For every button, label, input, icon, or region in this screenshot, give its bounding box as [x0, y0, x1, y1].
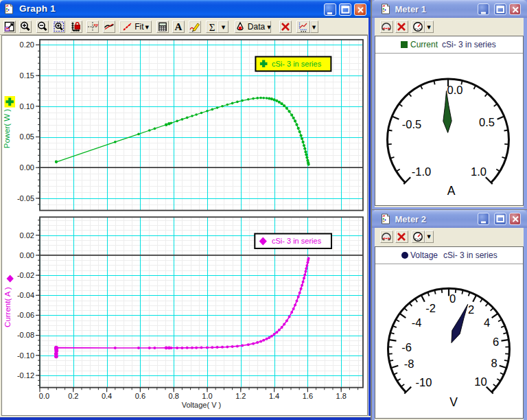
svg-text:-0.06: -0.06 — [17, 311, 34, 319]
svg-text:8: 8 — [491, 357, 497, 369]
svg-text:1.6: 1.6 — [303, 392, 313, 400]
svg-text:Voltage( V ): Voltage( V ) — [182, 401, 221, 409]
svg-text:0.10: 0.10 — [20, 102, 34, 110]
svg-text:6: 6 — [493, 336, 499, 348]
svg-text:0.5: 0.5 — [479, 116, 495, 128]
svg-text:1.0: 1.0 — [471, 165, 487, 178]
svg-text:0.00: 0.00 — [20, 163, 34, 172]
svg-text:0.00: 0.00 — [20, 251, 34, 259]
svg-text:0.0: 0.0 — [447, 84, 463, 96]
svg-text:Current( A ): Current( A ) — [3, 287, 12, 327]
svg-text:4: 4 — [484, 316, 490, 329]
svg-text:1.4: 1.4 — [269, 392, 279, 400]
svg-text:-0.02: -0.02 — [17, 271, 34, 279]
svg-text:-0.04: -0.04 — [17, 291, 34, 299]
svg-text:-0.05: -0.05 — [17, 194, 34, 202]
svg-text:-4: -4 — [412, 316, 422, 329]
svg-text:-0.10: -0.10 — [17, 351, 34, 360]
svg-text:-0.5: -0.5 — [402, 118, 421, 130]
svg-text:0.20: 0.20 — [20, 40, 34, 49]
svg-text:cSi- 3 in series: cSi- 3 in series — [272, 237, 322, 245]
svg-text:-0.12: -0.12 — [17, 371, 34, 380]
svg-text:-6: -6 — [401, 341, 412, 353]
svg-text:1.8: 1.8 — [336, 392, 347, 400]
svg-text:0.15: 0.15 — [20, 71, 34, 80]
svg-text:Σ: Σ — [209, 22, 215, 33]
svg-text:10: 10 — [474, 375, 487, 388]
svg-text:Power( W ): Power( W ) — [3, 109, 11, 149]
svg-text:0: 0 — [449, 292, 456, 305]
svg-text:0.4: 0.4 — [102, 392, 112, 400]
svg-text:xy: xy — [94, 23, 99, 27]
svg-text:-2: -2 — [425, 302, 436, 314]
svg-text:A: A — [447, 184, 456, 198]
svg-text:1.0: 1.0 — [202, 392, 212, 400]
svg-text:0.6: 0.6 — [135, 392, 145, 400]
svg-text:2: 2 — [468, 303, 474, 316]
svg-text:0.0: 0.0 — [39, 392, 49, 400]
svg-text:0.02: 0.02 — [20, 231, 34, 240]
svg-text:0.2: 0.2 — [68, 392, 78, 400]
svg-text:-8: -8 — [404, 358, 414, 370]
svg-text:1.2: 1.2 — [235, 392, 246, 400]
svg-text:0.8: 0.8 — [169, 392, 179, 400]
svg-text:A: A — [174, 21, 182, 32]
svg-text:cSi- 3 in series: cSi- 3 in series — [272, 60, 322, 68]
svg-text:-1.0: -1.0 — [412, 165, 431, 178]
svg-text:-10: -10 — [416, 376, 432, 388]
svg-text:V: V — [449, 395, 458, 409]
svg-text:-0.08: -0.08 — [17, 331, 34, 339]
svg-text:0.05: 0.05 — [20, 132, 34, 141]
